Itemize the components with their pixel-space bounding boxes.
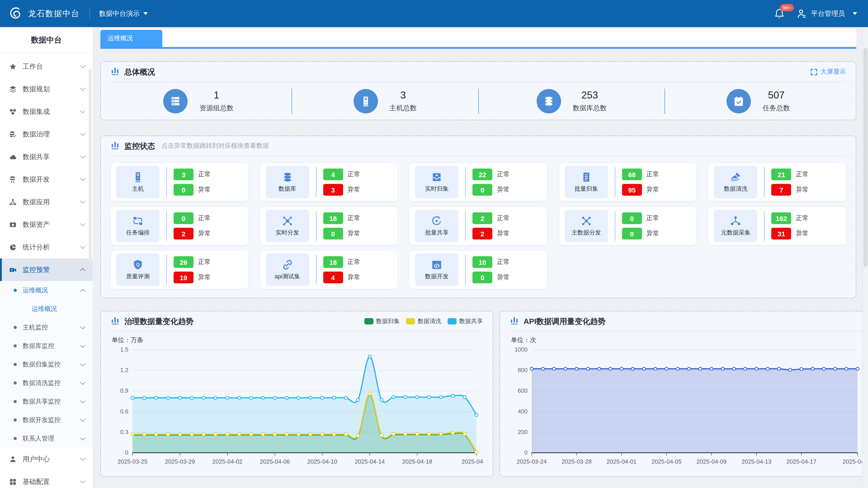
svg-text:1000: 1000: [515, 346, 528, 353]
sidebar-subitem-2[interactable]: 数据库监控: [0, 337, 93, 355]
normal-count-badge[interactable]: 18: [323, 256, 343, 268]
sidebar-item-cloud-share[interactable]: 数据共享: [0, 145, 93, 168]
overview-title: 总体概况: [124, 67, 155, 77]
sidebar-subitem-label: 数据库监控: [23, 342, 81, 350]
sidebar-subitem-4[interactable]: 数据清洗监控: [0, 374, 93, 392]
sidebar-item-pie-chart[interactable]: 统计分析: [0, 236, 93, 258]
sidebar-item-cubes[interactable]: 数据集成: [0, 100, 93, 123]
abnormal-count-badge[interactable]: 0: [622, 228, 642, 239]
abnormal-count-badge[interactable]: 3: [323, 184, 343, 196]
monitor-card-data-clean: 数据清洗21正常7异常: [709, 163, 846, 201]
normal-count-badge[interactable]: 2: [472, 213, 492, 224]
api-unit-label: 单位：次: [511, 336, 865, 344]
sidebar-item-monitor-camera[interactable]: 监控预警: [0, 258, 93, 281]
sidebar-item-data-governance[interactable]: 数据治理: [0, 123, 93, 145]
abnormal-count-badge[interactable]: 95: [622, 184, 642, 196]
chevron-down-icon: [80, 343, 86, 348]
abnormal-count-badge[interactable]: 4: [323, 271, 343, 283]
tab-ops-overview[interactable]: 运维概况: [100, 30, 162, 47]
governance-unit-label: 单位：万条: [112, 336, 484, 344]
normal-count-badge[interactable]: 26: [174, 256, 193, 268]
notifications-button[interactable]: 99+: [774, 8, 784, 19]
card-divider: [465, 167, 466, 197]
database-code-icon: [9, 175, 17, 183]
monitor-card-metadata-collect: 元数据采集162正常31异常: [709, 207, 846, 245]
svg-text:Q: Q: [136, 262, 140, 267]
sidebar-subitem-6[interactable]: 数据开发监控: [0, 411, 93, 429]
abnormal-label: 异常: [347, 230, 360, 238]
chevron-down-icon: [80, 63, 86, 68]
window-scrollbar-thumb[interactable]: [864, 47, 868, 267]
normal-label: 正常: [497, 258, 509, 266]
normal-count-badge[interactable]: 21: [772, 168, 792, 180]
chevron-down-icon: [80, 478, 86, 484]
realtime-distribute-icon: [281, 215, 293, 227]
abnormal-count-badge[interactable]: 0: [323, 228, 343, 239]
user-menu[interactable]: 平台管理员: [796, 8, 857, 19]
abnormal-count-badge[interactable]: 7: [772, 184, 792, 196]
chevron-down-icon: [80, 244, 86, 249]
sidebar-subitem-0[interactable]: 运维概况: [0, 281, 93, 300]
normal-label: 正常: [647, 214, 659, 222]
sidebar-subitem-5[interactable]: 数据共享监控: [0, 392, 93, 411]
app-title: 龙石数据中台: [28, 8, 80, 19]
sidebar-subsubitem-ops-overview[interactable]: 运维概况: [0, 300, 93, 318]
monitor-card-realtime-collect: 实时归集22正常0异常: [410, 163, 547, 201]
sidebar-item-app-nodes[interactable]: 数据应用: [0, 191, 93, 213]
bullet-icon: [13, 363, 17, 366]
sidebar-item-label: 基础配置: [23, 477, 81, 486]
sidebar-item-database-code[interactable]: 数据开发: [0, 168, 93, 191]
sidebar-subitem-7[interactable]: 联系人管理: [0, 429, 93, 448]
monitor-card-iconbox: 数据清洗: [714, 166, 757, 198]
normal-count-badge[interactable]: 0: [622, 213, 642, 224]
fullscreen-button[interactable]: 大屏显示: [811, 68, 846, 76]
sidebar-item-label: 工作台: [23, 62, 81, 71]
normal-count-badge[interactable]: 10: [472, 256, 492, 268]
normal-count-badge[interactable]: 68: [622, 168, 642, 180]
sidebar-item-grid[interactable]: 基础配置: [0, 470, 93, 488]
normal-label: 正常: [347, 258, 360, 266]
sidebar-subitem-3[interactable]: 数据归集监控: [0, 355, 93, 374]
normal-count-badge[interactable]: 0: [174, 213, 193, 224]
normal-count-badge[interactable]: 22: [472, 168, 492, 180]
normal-count-badge[interactable]: 18: [323, 213, 343, 224]
abnormal-count-badge[interactable]: 2: [174, 228, 193, 239]
sidebar-item-label: 数据开发: [23, 175, 81, 184]
monitor-card-database: 数据库4正常3异常: [260, 163, 397, 201]
sidebar-item-layers[interactable]: 数据规划: [0, 78, 93, 100]
monitor-card-iconbox: 任务编排: [116, 210, 160, 242]
pie-chart-icon: [9, 243, 17, 251]
main-content: 运维概况 总体概况 大屏显示 1资源组总数3主机总数253数据库总数: [93, 27, 868, 488]
sidebar-item-star[interactable]: 工作台: [0, 55, 93, 78]
monitor-panel: 监控状态 点击异常数据跳转到对应模块查看数据 主机3正常0异常数据库4正常3异常…: [100, 135, 856, 298]
abnormal-count-badge[interactable]: 0: [174, 184, 193, 196]
normal-count-badge[interactable]: 3: [174, 168, 193, 180]
legend-item[interactable]: 数据归集: [364, 317, 400, 325]
card-divider: [615, 211, 615, 241]
abnormal-count-badge[interactable]: 31: [772, 228, 792, 239]
normal-count-badge[interactable]: 162: [772, 213, 792, 224]
chevron-down-icon: [143, 12, 148, 15]
sidebar-item-user[interactable]: 用户中心: [0, 448, 93, 470]
sidebar-subitem-1[interactable]: 主机监控: [0, 318, 93, 337]
window-scrollbar[interactable]: [862, 27, 868, 488]
svg-text:0.3: 0.3: [120, 429, 128, 435]
abnormal-count-badge[interactable]: 0: [472, 184, 492, 196]
legend-item[interactable]: 数据清洗: [406, 317, 441, 325]
abnormal-count-badge[interactable]: 19: [174, 271, 193, 283]
workspace-selector[interactable]: 数据中台演示: [99, 9, 148, 18]
sidebar-scrollbar[interactable]: [89, 69, 92, 263]
normal-label: 正常: [497, 170, 509, 178]
abnormal-count-badge[interactable]: 2: [472, 228, 492, 239]
line-chart: 020040060080010002025-03-242025-03-28202…: [509, 344, 865, 472]
sidebar-item-asset-card[interactable]: 数据资产: [0, 213, 93, 236]
abnormal-count-badge[interactable]: 0: [472, 271, 492, 283]
monitor-card-label: 主机: [132, 185, 144, 193]
svg-text:2025-04-02: 2025-04-02: [212, 458, 242, 465]
normal-count-badge[interactable]: 4: [323, 168, 343, 180]
monitor-card-label: 主数据分发: [572, 229, 601, 237]
overview-panel: 总体概况 大屏显示 1资源组总数3主机总数253数据库总数507任务总数: [100, 61, 856, 120]
legend-item[interactable]: 数据共享: [447, 317, 483, 325]
svg-text:2025-04-01: 2025-04-01: [607, 458, 637, 465]
card-divider: [764, 167, 765, 197]
